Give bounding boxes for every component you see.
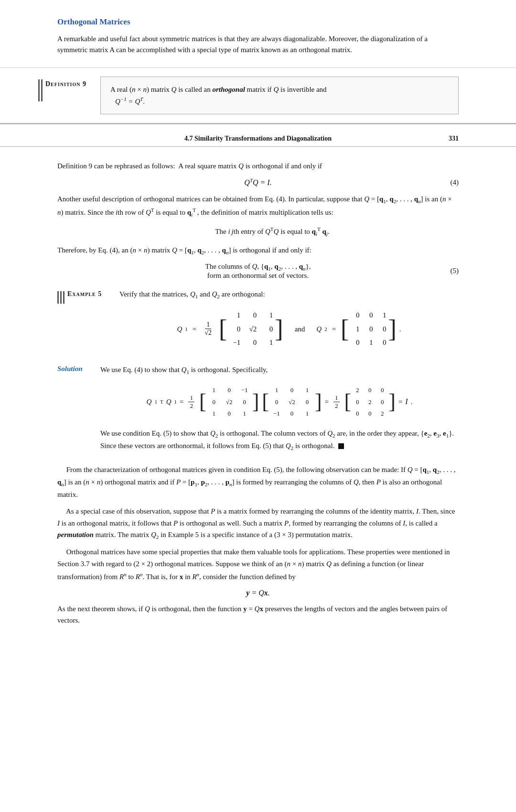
m1-r2c3: 0	[243, 397, 246, 407]
q1t-sup: T	[160, 397, 163, 406]
q1t-q1-label: Q	[147, 396, 152, 408]
q1-r1c2: 0	[253, 309, 257, 321]
frac-half-den: 2	[188, 402, 194, 410]
y-eq-row: y = Qx.	[57, 589, 459, 597]
frac-half-1: 1 2	[188, 394, 194, 409]
example5-marker: Example 5	[57, 288, 119, 304]
solution-content: We use Eq. (4) to show that Q1 is orthog…	[100, 364, 459, 457]
prod-eq1: =	[180, 396, 183, 408]
frac-num: 1	[205, 321, 211, 329]
q1-expression: Q1 = 1 √2 [ 101 0√20	[177, 309, 283, 349]
eq5-line2: form an orthonormal set of vectors.	[205, 272, 311, 280]
q1-matrix-inner: 101 0√20 −101	[229, 309, 273, 349]
q1t-q1-label2: Q	[166, 396, 172, 408]
prod-m3-wrap: [ 200 020 002 ]	[344, 385, 396, 418]
m2-r2c1: 0	[275, 397, 279, 407]
section-number: 4.7	[184, 135, 193, 142]
prod-m1-bl: [	[199, 391, 206, 412]
eq4-formula: QTQ = I.	[244, 177, 271, 187]
y-eq-formula: y = Qx.	[246, 589, 269, 597]
page-header: 4.7 Similarity Transformations and Diago…	[0, 124, 516, 147]
m3-r2c3: 0	[381, 397, 384, 407]
para-condition: We use condition Eq. (5) to show that Q2…	[100, 428, 459, 452]
q2-equals: =	[332, 323, 336, 335]
m1-r3c1: 1	[212, 408, 215, 418]
m2-r2c2: √2	[289, 397, 295, 407]
m2-r2c3: 0	[306, 397, 309, 407]
m2-r1c3: 1	[306, 385, 309, 395]
frac-den: √2	[203, 329, 213, 337]
prod-eq2: =	[325, 396, 329, 408]
q2-period: .	[399, 323, 401, 335]
eq4-row: QTQ = I. (4)	[57, 177, 459, 187]
q2-r2c3: 0	[383, 323, 387, 335]
eq5-row: The columns of Q, {q1, q2, . . . , qn}, …	[57, 263, 459, 280]
solution-row: Solution We use Eq. (4) to show that Q1 …	[57, 364, 459, 457]
frac-half-2: 1 2	[333, 394, 340, 409]
q2-r3c2: 1	[369, 337, 373, 349]
prod-m1-wrap: [ 10−1 0√20 101 ]	[199, 385, 259, 418]
eq5-tag: (5)	[451, 267, 459, 275]
q2-r2c1: 1	[356, 323, 360, 335]
para2: Another useful description of orthogonal…	[57, 193, 459, 219]
definition-marker: Definition 9	[38, 77, 100, 101]
q2-label: Q	[316, 323, 322, 335]
m3-r1c3: 0	[381, 385, 384, 395]
def-Q: Q	[172, 86, 177, 93]
prod-I: I	[405, 395, 408, 408]
q2-bracket-left: [	[341, 317, 349, 341]
q1-r3c1: −1	[233, 337, 240, 349]
m3-r3c1: 0	[356, 408, 359, 418]
q1-bracket-right: ]	[275, 317, 283, 341]
q1-bracket-left: [	[219, 317, 227, 341]
q1-equals: =	[193, 323, 196, 335]
m1-r1c1: 1	[212, 385, 215, 395]
q2-expression: Q2 = [ 001 100 010 ] .	[316, 309, 401, 349]
m1-r3c3: 1	[243, 408, 246, 418]
prod-m2-br: ]	[315, 391, 322, 412]
q1-frac: 1 √2	[201, 321, 215, 338]
section-title: Orthogonal Matrices	[57, 17, 459, 27]
ex-bar-3	[63, 291, 64, 304]
prod-m2-wrap: [ 101 0√20 −101 ]	[262, 385, 322, 418]
def-bold-orthogonal: orthogonal	[212, 86, 245, 93]
q2-r1c2: 0	[369, 309, 373, 321]
m1-r2c2: √2	[226, 397, 233, 407]
end-proof-square	[338, 443, 344, 449]
def-bar-1	[38, 79, 40, 101]
definition-bars	[38, 78, 43, 101]
q2-bracket-right: ]	[388, 317, 396, 341]
page-header-title: 4.7 Similarity Transformations and Diago…	[76, 135, 440, 143]
q1-matrix-wrap: [ 101 0√20 −101 ]	[219, 309, 283, 349]
m1-r1c2: 0	[227, 385, 231, 395]
m3-r2c2: 2	[368, 397, 372, 407]
q1-label: Q	[177, 323, 182, 335]
def-n1: n	[132, 86, 136, 93]
main-content: Definition 9 can be rephrased as follows…	[0, 147, 516, 649]
prod-m3-bl: [	[344, 391, 352, 412]
q2-sub: 2	[324, 325, 327, 333]
example5-bars	[57, 290, 64, 304]
def-bar-2	[41, 79, 43, 101]
solution-label: Solution	[57, 364, 96, 373]
prod-m3: 200 020 002	[353, 385, 387, 418]
q2-r2c2: 0	[369, 323, 373, 335]
prod-m1: 10−1 0√20 101	[208, 385, 250, 418]
q1-r1c1: 1	[237, 309, 241, 321]
m1-r2c1: 0	[212, 397, 215, 407]
q1-r2c3: 0	[269, 323, 273, 335]
q1-r3c3: 1	[269, 337, 273, 349]
prod-m3-br: ]	[388, 391, 396, 412]
para1: Definition 9 can be rephrased as follows…	[57, 160, 459, 172]
top-section: Orthogonal Matrices A remarkable and use…	[0, 0, 516, 68]
page: Orthogonal Matrices A remarkable and use…	[0, 0, 516, 812]
prod-m2-bl: [	[262, 391, 269, 412]
q2-matrix-inner: 001 100 010	[351, 309, 386, 349]
half-1: 1 2	[186, 394, 196, 409]
m3-r3c3: 2	[381, 408, 384, 418]
q2-r1c1: 0	[356, 309, 360, 321]
frac-half2-num: 1	[333, 394, 340, 402]
prod-m2: 101 0√20 −101	[271, 385, 313, 418]
eq4-tag: (4)	[451, 178, 459, 187]
para-orthogonal-props: Orthogonal matrices have some special pr…	[57, 546, 459, 582]
